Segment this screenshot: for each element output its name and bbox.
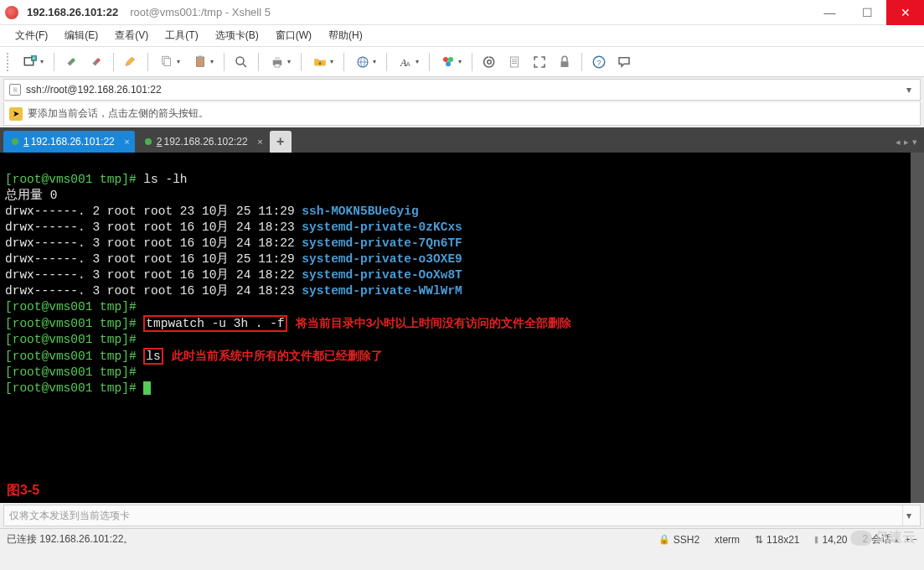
- svg-point-9: [236, 57, 244, 65]
- copy-button[interactable]: [153, 50, 185, 74]
- hint-bar: ➤ 要添加当前会话，点击左侧的箭头按钮。: [3, 102, 921, 126]
- palette-icon: [441, 54, 456, 70]
- menu-help[interactable]: 帮助(H): [322, 26, 369, 45]
- status-size: ⇅ 118x21: [755, 534, 799, 546]
- terminal-pane[interactable]: [root@vms001 tmp]# ls -lh 总用量 0 drwx----…: [0, 153, 924, 503]
- tab-strip: 1 192.168.26.101:22 × 2 192.168.26.102:2…: [0, 127, 924, 153]
- prompt: [root@vms001 tmp]#: [5, 365, 137, 379]
- menu-window[interactable]: 窗口(W): [269, 26, 318, 45]
- send-mode-dropdown[interactable]: ▾: [902, 505, 915, 526]
- tab-label: 192.168.26.102:22: [163, 136, 247, 148]
- title-ip: 192.168.26.101:22: [27, 6, 118, 18]
- send-input-bar[interactable]: 仅将文本发送到当前选项卡 ▾: [3, 505, 921, 526]
- tab-session-1[interactable]: 1 192.168.26.101:22 ×: [3, 131, 135, 153]
- help-button[interactable]: ?: [587, 50, 611, 74]
- new-window-icon: +: [23, 54, 38, 70]
- browser-button[interactable]: [349, 50, 381, 74]
- feedback-button[interactable]: [612, 50, 636, 74]
- unplug-icon: [89, 54, 104, 70]
- pencil-icon: [123, 54, 138, 70]
- titlebar: 192.168.26.101:22 root@vms001:/tmp - Xsh…: [0, 0, 924, 25]
- annotation-text: 此时当前系统中所有的文件都已经删除了: [172, 349, 383, 362]
- tab-session-2[interactable]: 2 192.168.26.102:22 ×: [137, 131, 268, 153]
- speech-bubble-icon: [617, 54, 632, 70]
- cursor-icon: [143, 381, 151, 395]
- help-icon: ?: [591, 54, 607, 70]
- menu-view[interactable]: 查看(V): [108, 26, 155, 45]
- fullscreen-button[interactable]: [528, 50, 551, 74]
- menu-tools[interactable]: 工具(T): [158, 26, 204, 45]
- menu-edit[interactable]: 编辑(E): [58, 26, 105, 45]
- status-protocol: 🔒SSH2: [658, 534, 699, 546]
- svg-point-3: [71, 58, 75, 62]
- status-termtype: xterm: [715, 534, 740, 546]
- plug-icon: [64, 54, 79, 70]
- svg-line-10: [243, 64, 246, 67]
- menu-tabs[interactable]: 选项卡(B): [209, 26, 266, 45]
- hint-arrow-icon[interactable]: ➤: [9, 107, 23, 121]
- close-button[interactable]: ✕: [886, 0, 924, 25]
- tab-scroll-left-icon[interactable]: ◂: [896, 137, 901, 148]
- svg-text:?: ?: [596, 57, 601, 66]
- dir-name: systemd-private-7Qn6TF: [302, 236, 462, 250]
- dir-name: systemd-private-WWlWrM: [302, 284, 462, 298]
- prompt: [root@vms001 tmp]#: [5, 333, 137, 346]
- spiral-icon: [482, 54, 497, 70]
- prompt: [root@vms001 tmp]#: [5, 173, 143, 186]
- tab-label: 192.168.26.101:22: [31, 136, 115, 148]
- watermark: 亿速云: [850, 529, 916, 547]
- svg-text:+: +: [32, 54, 35, 60]
- tab-add-button[interactable]: +: [270, 131, 292, 153]
- menu-file[interactable]: 文件(F): [8, 26, 54, 45]
- lock-button[interactable]: [553, 50, 576, 74]
- tab-close-icon[interactable]: ×: [257, 137, 262, 147]
- scrollbar-thumb[interactable]: [911, 153, 924, 503]
- toolbar: + AA: [0, 47, 924, 77]
- color-scheme-button[interactable]: [435, 50, 467, 74]
- app-icon: [5, 6, 18, 19]
- maximize-button[interactable]: ☐: [849, 0, 886, 25]
- tab-hotkey: 2: [157, 136, 163, 148]
- disconnect-button[interactable]: [85, 50, 108, 74]
- log-button[interactable]: [503, 50, 526, 74]
- hint-text: 要添加当前会话，点击左侧的箭头按钮。: [28, 106, 209, 121]
- prompt: [root@vms001 tmp]#: [5, 300, 137, 314]
- minimize-button[interactable]: —: [811, 0, 849, 25]
- svg-point-4: [96, 58, 101, 62]
- print-button[interactable]: [264, 50, 296, 74]
- menubar: 文件(F) 编辑(E) 查看(V) 工具(T) 选项卡(B) 窗口(W) 帮助(…: [0, 25, 924, 47]
- new-session-button[interactable]: +: [17, 50, 49, 74]
- svg-point-22: [488, 60, 492, 64]
- tab-close-icon[interactable]: ×: [124, 137, 129, 147]
- dir-name: systemd-private-0zKCxs: [302, 220, 462, 234]
- fullscreen-icon: [532, 54, 547, 70]
- find-button[interactable]: [230, 50, 253, 74]
- status-cursor-pos: ⦀ 14,20: [814, 534, 847, 546]
- status-bar: 已连接 192.168.26.101:22。 🔒SSH2 xterm ⇅ 118…: [0, 528, 924, 550]
- dir-name: systemd-private-o3OXE9: [302, 252, 462, 266]
- status-dot-icon: [145, 138, 152, 145]
- output-line: drwx------. 3 root root 16 10月 24 18:23: [5, 220, 302, 234]
- send-placeholder: 仅将文本发送到当前选项卡: [9, 509, 130, 523]
- output-line: drwx------. 3 root root 16 10月 24 18:23: [5, 284, 302, 298]
- font-button[interactable]: AA: [392, 50, 424, 74]
- lock-icon: [557, 54, 572, 70]
- svg-point-19: [443, 57, 448, 62]
- prompt: [root@vms001 tmp]#: [5, 317, 143, 330]
- tab-menu-icon[interactable]: ▾: [912, 137, 917, 148]
- paste-button[interactable]: [187, 50, 219, 74]
- address-bar[interactable]: ⎘ ssh://root@192.168.26.101:22 ▾: [3, 79, 921, 101]
- session-link-icon: ⎘: [9, 84, 21, 96]
- tab-scroll-right-icon[interactable]: ▸: [904, 137, 909, 148]
- svg-rect-6: [164, 58, 171, 65]
- script-button[interactable]: [477, 50, 501, 74]
- reconnect-button[interactable]: [59, 50, 83, 74]
- toolbar-handle[interactable]: [7, 53, 12, 71]
- svg-rect-7: [196, 57, 204, 66]
- address-dropdown[interactable]: ▾: [903, 84, 915, 96]
- lock-icon: 🔒: [658, 534, 670, 545]
- xftp-button[interactable]: [307, 50, 338, 74]
- position-icon: ⦀: [814, 534, 818, 546]
- scrollbar-track[interactable]: [911, 153, 924, 503]
- properties-button[interactable]: [119, 50, 142, 74]
